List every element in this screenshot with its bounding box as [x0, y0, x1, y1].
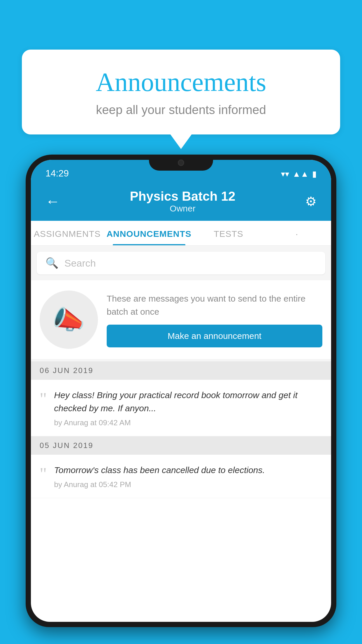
- date-separator-1: 06 JUN 2019: [31, 361, 331, 380]
- announcement-item-1[interactable]: " Hey class! Bring your practical record…: [31, 380, 331, 436]
- search-icon: 🔍: [45, 257, 59, 269]
- wifi-icon: ▾▾: [281, 169, 289, 179]
- status-time: 14:29: [45, 168, 69, 179]
- phone-content: 🔍 Search 📣 These are messages you want t…: [31, 246, 331, 498]
- announcement-text-block-2: Tomorrow's class has been cancelled due …: [54, 463, 323, 489]
- announcement-message-2: Tomorrow's class has been cancelled due …: [54, 463, 323, 477]
- speech-bubble-title: Announcements: [36, 67, 326, 97]
- megaphone-circle: 📣: [40, 290, 98, 349]
- prompt-description: These are messages you want to send to t…: [107, 292, 322, 318]
- tab-announcements[interactable]: ANNOUNCEMENTS: [103, 221, 194, 245]
- search-placeholder: Search: [64, 258, 96, 269]
- date-separator-2: 05 JUN 2019: [31, 436, 331, 455]
- status-icons: ▾▾ ▲▲ ▮: [281, 169, 317, 179]
- phone-outer: 14:29 ▾▾ ▲▲ ▮ ← Physics Batch 12 Owner ⚙: [26, 155, 336, 627]
- tab-more[interactable]: ·: [263, 221, 331, 245]
- announcement-meta-2: by Anurag at 05:42 PM: [54, 480, 323, 489]
- quote-icon-1: ": [40, 390, 47, 407]
- speech-bubble-container: Announcements keep all your students inf…: [22, 50, 340, 134]
- app-header: ← Physics Batch 12 Owner ⚙: [31, 183, 331, 221]
- header-title: Physics Batch 12: [130, 189, 236, 204]
- battery-icon: ▮: [312, 169, 317, 179]
- speech-bubble: Announcements keep all your students inf…: [22, 50, 340, 134]
- signal-icon: ▲▲: [293, 169, 309, 179]
- quote-icon-2: ": [40, 465, 47, 482]
- phone-inner: 14:29 ▾▾ ▲▲ ▮ ← Physics Batch 12 Owner ⚙: [31, 160, 331, 622]
- megaphone-icon: 📣: [52, 304, 85, 335]
- announcement-item-2[interactable]: " Tomorrow's class has been cancelled du…: [31, 455, 331, 498]
- tab-bar: ASSIGNMENTS ANNOUNCEMENTS TESTS ·: [31, 221, 331, 246]
- speech-bubble-subtitle: keep all your students informed: [36, 103, 326, 117]
- phone-wrapper: 14:29 ▾▾ ▲▲ ▮ ← Physics Batch 12 Owner ⚙: [26, 155, 336, 644]
- announcement-message-1: Hey class! Bring your practical record b…: [54, 388, 323, 415]
- announcement-text-block-1: Hey class! Bring your practical record b…: [54, 388, 323, 427]
- announcement-prompt: 📣 These are messages you want to send to…: [31, 280, 331, 359]
- camera: [178, 160, 184, 166]
- settings-icon[interactable]: ⚙: [305, 194, 317, 209]
- make-announcement-button[interactable]: Make an announcement: [107, 325, 322, 347]
- back-button[interactable]: ←: [45, 193, 60, 210]
- header-center: Physics Batch 12 Owner: [130, 189, 236, 214]
- tab-assignments[interactable]: ASSIGNMENTS: [31, 221, 103, 245]
- phone-notch: [149, 155, 213, 171]
- announcement-meta-1: by Anurag at 09:42 AM: [54, 418, 323, 427]
- tab-tests[interactable]: TESTS: [194, 221, 263, 245]
- prompt-right: These are messages you want to send to t…: [107, 292, 322, 347]
- search-bar[interactable]: 🔍 Search: [37, 252, 325, 274]
- header-subtitle: Owner: [130, 204, 236, 214]
